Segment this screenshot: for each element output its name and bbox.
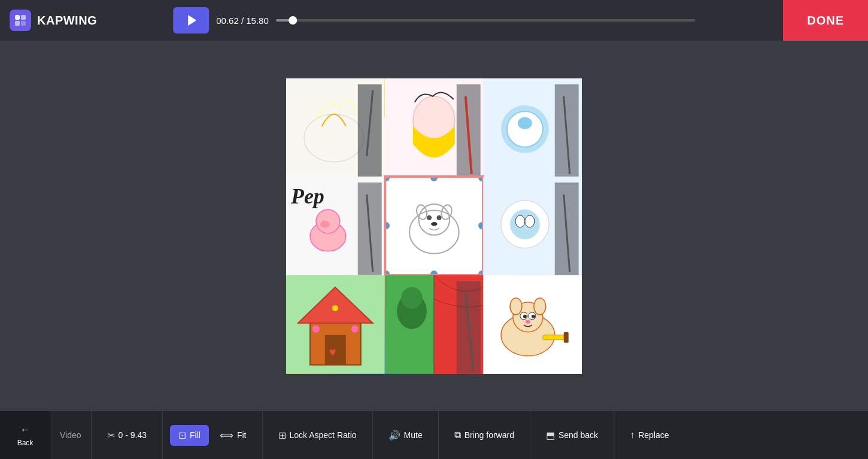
svg-point-15 [518,117,532,129]
svg-point-22 [320,221,330,228]
svg-point-29 [436,215,441,220]
send-back-label: Send back [559,430,598,440]
time-total: 15.80 [246,16,269,26]
video-section-label: Video [50,411,92,459]
mute-button[interactable]: 🔊 Mute [380,425,431,446]
cell-9-content [483,275,582,374]
time-current: 00.62 [216,16,239,26]
cell-2-content [385,78,484,177]
cell-1-content [286,78,385,177]
scissors-icon: ✂ [107,430,115,441]
svg-rect-3 [21,21,26,26]
cell-6-content [483,177,582,275]
svg-point-58 [510,298,522,315]
time-display: 00.62 / 15.80 [216,16,269,26]
play-button[interactable] [173,7,209,34]
lock-aspect-button[interactable]: ⊞ Lock Aspect Ratio [270,425,365,446]
svg-point-52 [401,287,423,309]
back-arrow-icon: ← [20,424,31,436]
svg-point-21 [316,209,340,233]
cell-5-content [386,178,482,274]
fill-icon: ⊡ [178,430,186,441]
lock-icon: ⊞ [278,430,286,441]
cell-3[interactable] [483,78,582,177]
replace-section: ↑ Replace [614,411,684,459]
svg-point-47 [332,305,338,311]
app-title: KAPWING [37,14,97,28]
cell-5-selected[interactable]: ✂ 🔊 g ⧉ 🗑 [385,177,484,275]
replace-icon: ↑ [630,430,635,440]
svg-point-35 [510,209,540,239]
fill-button[interactable]: ⊡ Fill [170,425,209,446]
resize-handle-bm[interactable] [430,270,438,275]
logo-icon [10,10,31,31]
replace-button[interactable]: ↑ Replace [621,425,677,445]
bring-forward-section: ⧉ Bring forward [439,411,530,459]
svg-text:♥: ♥ [329,345,336,358]
video-collage: Pep ✂ 🔊 g ⧉ [286,78,582,374]
replace-label: Replace [638,430,669,440]
svg-rect-65 [543,335,567,340]
timeline[interactable] [276,19,695,22]
svg-point-46 [351,326,359,333]
svg-point-63 [532,315,535,318]
resize-handle-bl[interactable] [385,270,390,275]
fill-label: Fill [190,430,201,440]
send-back-section: ⬒ Send back [530,411,614,459]
cell-2[interactable] [385,78,484,177]
cell-4-content: Pep [286,177,385,275]
logo-area: KAPWING [10,10,97,31]
bring-forward-icon: ⧉ [454,430,461,440]
timeline-track [276,19,695,22]
mute-icon: 🔊 [389,430,400,441]
svg-point-37 [525,215,535,227]
trim-label: 0 - 9.43 [119,430,147,440]
svg-point-59 [534,298,546,315]
cell-8[interactable] [385,275,484,374]
cell-3-content [483,78,582,177]
svg-point-30 [431,222,437,226]
timeline-thumb[interactable] [289,16,297,25]
svg-rect-1 [21,15,26,20]
video-label-text: Video [60,430,81,440]
back-button[interactable]: ← Back [0,411,50,459]
mute-section: 🔊 Mute [373,411,439,459]
svg-point-62 [523,315,527,318]
cell-8-content [385,275,484,374]
svg-rect-66 [564,332,569,343]
svg-text:Pep: Pep [290,184,324,208]
send-back-icon: ⬒ [546,430,555,441]
cell-7-content: ♥ [286,275,385,374]
resize-handle-br[interactable] [478,270,483,275]
lock-aspect-section: ⊞ Lock Aspect Ratio [263,411,373,459]
cell-4[interactable]: Pep [286,177,385,275]
svg-point-36 [515,215,525,227]
svg-point-64 [526,320,530,324]
cell-7[interactable]: ♥ [286,275,385,374]
send-back-button[interactable]: ⬒ Send back [538,425,606,446]
bring-forward-button[interactable]: ⧉ Bring forward [446,425,523,445]
fit-button[interactable]: ⟺ Fit [211,425,255,446]
playback-controls: 00.62 / 15.80 [173,7,695,34]
fill-fit-section: ⊡ Fill ⟺ Fit [163,411,262,459]
svg-rect-0 [15,15,20,20]
trim-button[interactable]: ✂ 0 - 9.43 [99,425,155,446]
bring-forward-label: Bring forward [465,430,514,440]
trim-section: ✂ 0 - 9.43 [92,411,163,459]
canvas-area: Pep ✂ 🔊 g ⧉ [0,41,868,411]
fit-label: Fit [237,430,247,440]
time-separator: / [241,16,244,26]
svg-point-28 [427,215,432,220]
cell-9[interactable] [483,275,582,374]
done-button[interactable]: DONE [783,0,868,41]
resize-handle-mr[interactable] [478,222,483,229]
fit-icon: ⟺ [220,430,233,441]
lock-aspect-label: Lock Aspect Ratio [290,430,357,440]
play-icon [188,15,196,26]
svg-point-45 [312,326,320,333]
cell-1[interactable] [286,78,385,177]
back-label: Back [17,439,34,447]
bottom-toolbar: ← Back Video ✂ 0 - 9.43 ⊡ Fill ⟺ Fit ⊞ L… [0,411,868,459]
cell-6[interactable] [483,177,582,275]
mute-label: Mute [404,430,423,440]
